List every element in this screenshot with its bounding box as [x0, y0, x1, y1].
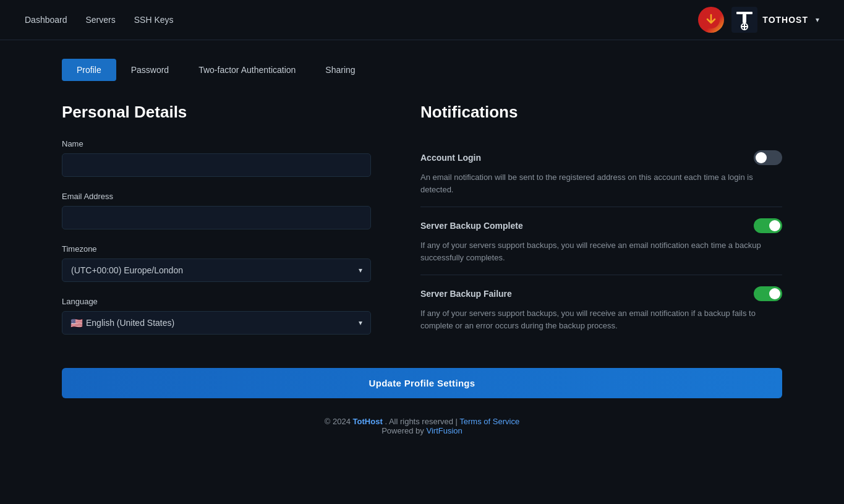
tab-2fa[interactable]: Two-factor Authentication — [184, 59, 310, 81]
svg-rect-3 — [743, 14, 746, 23]
name-label: Name — [62, 139, 371, 148]
brand-logo: TOTHOST — [731, 7, 808, 33]
brand-name: TOTHOST — [762, 15, 808, 25]
notification-backup-complete-header: Server Backup Complete — [420, 218, 782, 233]
tab-sharing[interactable]: Sharing — [310, 59, 370, 81]
notification-backup-failure-toggle[interactable] — [754, 286, 782, 301]
tabs: Profile Password Two-factor Authenticati… — [62, 59, 782, 81]
timezone-select-wrapper: (UTC+00:00) Europe/London ▾ — [62, 258, 371, 282]
nav-servers[interactable]: Servers — [86, 15, 116, 25]
personal-details-section: Personal Details Name Email Address Time… — [62, 103, 371, 349]
notification-account-login-title: Account Login — [420, 153, 481, 163]
email-label: Email Address — [62, 192, 371, 201]
nav-links: Dashboard Servers SSH Keys — [25, 15, 698, 25]
footer-rights: . All rights reserved | — [385, 417, 458, 426]
timezone-select[interactable]: (UTC+00:00) Europe/London — [62, 258, 371, 282]
notification-backup-complete: Server Backup Complete If any of your se… — [420, 207, 782, 275]
nav-ssh-keys[interactable]: SSH Keys — [134, 15, 174, 25]
update-profile-button[interactable]: Update Profile Settings — [62, 368, 782, 398]
two-column-layout: Personal Details Name Email Address Time… — [62, 103, 782, 349]
update-button-wrapper: Update Profile Settings — [62, 368, 782, 398]
footer-brand: TotHost — [353, 417, 383, 426]
notification-account-login-header: Account Login — [420, 150, 782, 165]
language-select[interactable]: English (United States) — [62, 311, 371, 335]
notification-backup-failure-desc: If any of your servers support backups, … — [420, 307, 782, 331]
notification-backup-failure-header: Server Backup Failure — [420, 286, 782, 301]
notification-backup-complete-toggle[interactable] — [754, 218, 782, 233]
notifications-section: Notifications Account Login An email not… — [420, 103, 782, 349]
notification-account-login-desc: An email notification will be sent to th… — [420, 171, 782, 195]
tab-password[interactable]: Password — [116, 59, 184, 81]
footer-copyright-line: © 2024 TotHost . All rights reserved | T… — [62, 417, 782, 426]
email-input[interactable] — [62, 206, 371, 229]
footer-powered-by: Powered by — [382, 426, 424, 435]
language-group: Language 🇺🇸 English (United States) ▾ — [62, 297, 371, 335]
language-label: Language — [62, 297, 371, 306]
notification-account-login: Account Login An email notification will… — [420, 139, 782, 207]
timezone-label: Timezone — [62, 244, 371, 254]
main-content: Profile Password Two-factor Authenticati… — [0, 40, 844, 466]
brand-icon — [731, 7, 757, 33]
timezone-group: Timezone (UTC+00:00) Europe/London ▾ — [62, 244, 371, 282]
footer: © 2024 TotHost . All rights reserved | T… — [62, 398, 782, 448]
footer-copyright: © 2024 — [325, 417, 351, 426]
notifications-title: Notifications — [420, 103, 782, 122]
dropdown-arrow-icon[interactable]: ▾ — [816, 15, 819, 24]
name-group: Name — [62, 139, 371, 177]
email-group: Email Address — [62, 192, 371, 229]
personal-details-title: Personal Details — [62, 103, 371, 122]
notification-account-login-toggle[interactable] — [754, 150, 782, 165]
notification-backup-failure: Server Backup Failure If any of your ser… — [420, 275, 782, 343]
avatar[interactable] — [698, 7, 724, 33]
tab-profile[interactable]: Profile — [62, 59, 116, 81]
footer-virfusion-link[interactable]: VirtFusion — [426, 426, 462, 435]
notification-backup-failure-title: Server Backup Failure — [420, 289, 512, 299]
avatar-icon — [702, 11, 720, 28]
notification-backup-complete-title: Server Backup Complete — [420, 221, 523, 231]
nav-dashboard[interactable]: Dashboard — [25, 15, 67, 25]
footer-powered-line: Powered by VirtFusion — [62, 426, 782, 435]
navbar: Dashboard Servers SSH Keys — [0, 0, 844, 40]
language-select-wrapper: 🇺🇸 English (United States) ▾ — [62, 311, 371, 335]
name-input[interactable] — [62, 153, 371, 177]
notification-backup-complete-desc: If any of your servers support backups, … — [420, 239, 782, 263]
nav-right: TOTHOST ▾ — [698, 7, 819, 33]
svg-rect-2 — [736, 12, 752, 14]
footer-tos-link[interactable]: Terms of Service — [459, 417, 519, 426]
